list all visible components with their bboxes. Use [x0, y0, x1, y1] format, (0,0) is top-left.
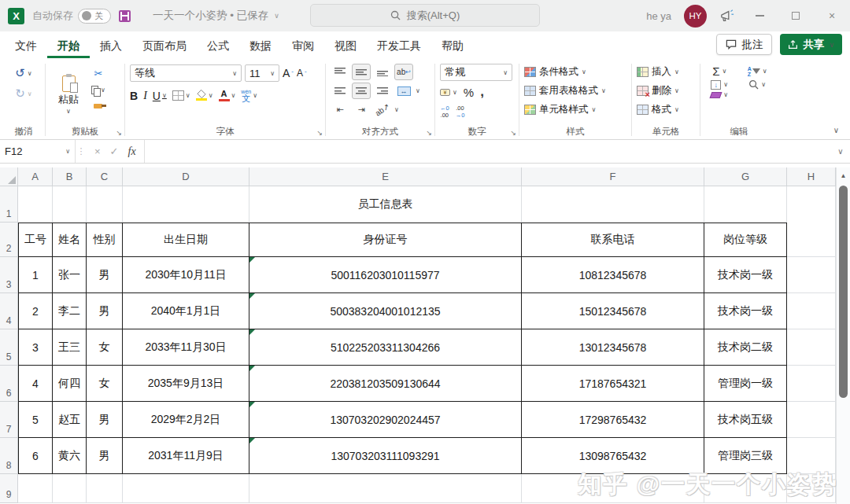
font-name-select[interactable]: 等线∨ [130, 64, 242, 82]
align-right-button[interactable] [373, 83, 392, 99]
redo-button[interactable]: ↻∨ [7, 86, 40, 101]
cell-D7[interactable]: 2029年2月2日 [123, 402, 249, 438]
cell-E2[interactable]: 身份证号 [249, 223, 522, 257]
copy-button[interactable]: ∨ [91, 83, 105, 97]
increase-indent-button[interactable]: ⇥ [352, 101, 371, 118]
row-header-5[interactable]: 5 [0, 329, 18, 366]
align-bottom-button[interactable] [373, 64, 392, 80]
cell-B3[interactable]: 张一 [53, 257, 87, 293]
cell-C5[interactable]: 女 [87, 329, 123, 366]
font-color-button[interactable]: A∨ [219, 90, 236, 101]
cell-F7[interactable]: 17298765432 [522, 402, 704, 438]
cell-G5[interactable]: 技术岗二级 [704, 329, 787, 366]
name-box[interactable]: F12 ∨ [0, 140, 76, 163]
tab-formulas[interactable]: 公式 [197, 33, 239, 58]
column-header-B[interactable]: B [53, 167, 87, 186]
share-button[interactable]: 共享 ∨ [780, 34, 842, 55]
cell-E5[interactable]: 510225203311304266 [249, 329, 522, 366]
column-header-E[interactable]: E [249, 167, 522, 186]
avatar[interactable]: HY [684, 5, 707, 28]
tab-home[interactable]: 开始 [47, 33, 90, 58]
cell-D2[interactable]: 出生日期 [123, 223, 249, 257]
formula-bar-drag-handle[interactable]: ⋮ [76, 140, 87, 163]
align-middle-button[interactable] [352, 64, 371, 80]
tab-review[interactable]: 审阅 [282, 33, 324, 58]
cell-D6[interactable]: 2035年9月13日 [123, 366, 249, 402]
row-header-7[interactable]: 7 [0, 402, 18, 438]
cell-C3[interactable]: 男 [87, 257, 123, 293]
cell-H7[interactable] [787, 402, 836, 438]
conditional-formatting-button[interactable]: 条件格式∨ [524, 63, 626, 81]
cell-A8[interactable]: 6 [18, 438, 53, 474]
minimize-button[interactable] [748, 4, 771, 28]
row-header-3[interactable]: 3 [0, 257, 18, 293]
cell-B9[interactable] [53, 474, 87, 503]
percent-style-button[interactable]: % [464, 86, 474, 99]
align-top-button[interactable] [331, 64, 349, 80]
merge-center-button[interactable]: ↔ [394, 83, 413, 99]
cell-B4[interactable]: 李二 [53, 293, 87, 329]
vertical-scrollbar[interactable]: ▲ [836, 167, 850, 504]
bold-button[interactable]: B [130, 90, 138, 102]
enter-icon[interactable]: ✓ [110, 145, 119, 157]
comments-button[interactable]: 批注 [716, 34, 772, 55]
cell-B7[interactable]: 赵五 [53, 402, 87, 438]
increase-decimal-button[interactable]: ←0.00 [440, 105, 449, 119]
cell-A2[interactable]: 工号 [18, 223, 53, 257]
tab-insert[interactable]: 插入 [90, 33, 132, 58]
cell-E6[interactable]: 220381203509130644 [249, 366, 522, 402]
tab-view[interactable]: 视图 [324, 33, 367, 58]
cell-G6[interactable]: 管理岗一级 [704, 366, 787, 402]
row-header-1[interactable]: 1 [0, 186, 18, 223]
cell-E4[interactable]: 500383204001012135 [249, 293, 522, 329]
dialog-launcher-icon[interactable]: ↘ [426, 129, 432, 137]
cut-button[interactable]: ✂ [91, 66, 105, 80]
cell-A5[interactable]: 3 [18, 329, 53, 366]
paste-button[interactable]: 粘贴 ∨ [50, 63, 87, 126]
cell-G1[interactable] [704, 186, 787, 223]
delete-cells-button[interactable]: 删除∨ [637, 82, 695, 100]
cell-D8[interactable]: 2031年11月9日 [123, 438, 249, 474]
close-button[interactable]: × [820, 4, 844, 28]
cell-D4[interactable]: 2040年1月1日 [123, 293, 249, 329]
cell-F3[interactable]: 10812345678 [522, 257, 704, 293]
column-header-G[interactable]: G [704, 167, 787, 186]
row-header-6[interactable]: 6 [0, 366, 18, 402]
cell-H1[interactable] [787, 186, 836, 223]
format-painter-button[interactable] [91, 99, 105, 113]
cell-F2[interactable]: 联系电话 [522, 223, 704, 257]
column-header-H[interactable]: H [787, 167, 836, 186]
formula-input[interactable] [145, 140, 831, 163]
decrease-decimal-button[interactable]: .00→0 [456, 105, 465, 119]
cell-A6[interactable]: 4 [18, 366, 53, 402]
cell-E3[interactable]: 500116203010115977 [249, 257, 522, 293]
collapse-ribbon-button[interactable]: ∨ [833, 126, 839, 134]
cell-C8[interactable]: 男 [87, 438, 123, 474]
cell-G2[interactable]: 岗位等级 [704, 223, 787, 257]
search-input[interactable]: 搜索(Alt+Q) [310, 4, 540, 27]
borders-button[interactable]: ∨ [172, 90, 190, 101]
cell-D1[interactable] [123, 186, 249, 223]
column-header-F[interactable]: F [522, 167, 704, 186]
row-header-8[interactable]: 8 [0, 438, 18, 474]
cell-F5[interactable]: 13012345678 [522, 329, 704, 366]
cell-F1[interactable] [522, 186, 704, 223]
autosave-toggle[interactable]: 关 [78, 9, 111, 24]
column-header-D[interactable]: D [123, 167, 249, 186]
cell-G3[interactable]: 技术岗一级 [704, 257, 787, 293]
comma-style-button[interactable]: , [480, 89, 484, 96]
excel-logo-icon[interactable]: X [8, 8, 24, 24]
number-format-select[interactable]: 常规∨ [440, 64, 512, 81]
cell-B5[interactable]: 王三 [53, 329, 87, 366]
align-left-button[interactable] [331, 83, 349, 99]
save-icon[interactable] [119, 10, 131, 22]
insert-function-icon[interactable]: fx [128, 145, 136, 158]
underline-button[interactable]: U ∨ [153, 90, 167, 102]
cell-G4[interactable]: 技术岗一级 [704, 293, 787, 329]
cell-C9[interactable] [87, 474, 123, 503]
cell-E8[interactable]: 130703203111093291 [249, 438, 522, 474]
column-header-C[interactable]: C [87, 167, 123, 186]
accounting-format-button[interactable]: ¥∨ [440, 89, 457, 96]
cell-A1[interactable] [18, 186, 53, 223]
format-cells-button[interactable]: 格式∨ [637, 101, 695, 119]
